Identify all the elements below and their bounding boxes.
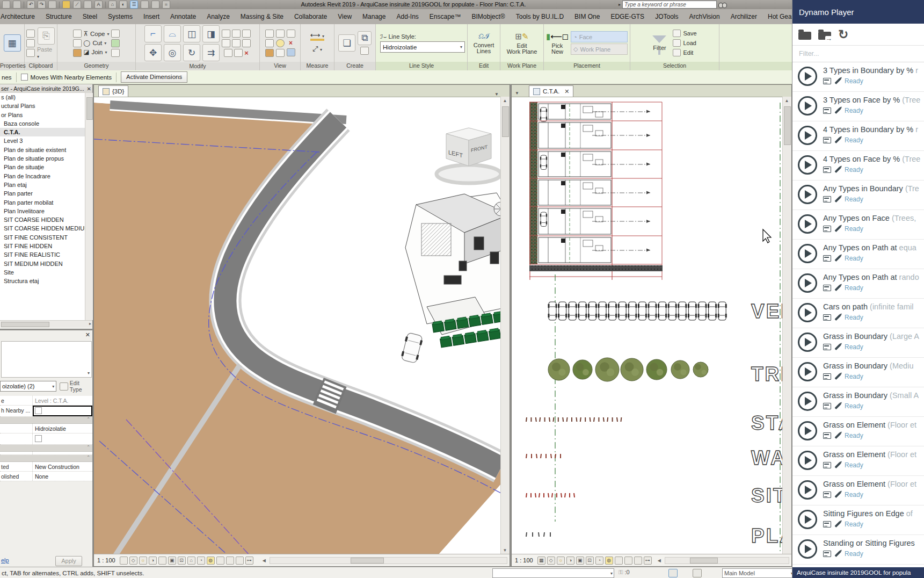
ribbon-tab-insert[interactable]: Insert xyxy=(138,10,165,24)
property-group-header[interactable] xyxy=(0,455,92,462)
displaced-elements-icon[interactable] xyxy=(236,557,244,565)
edit-script-icon[interactable] xyxy=(834,137,841,143)
visual-style-icon[interactable]: ◇ xyxy=(547,557,555,565)
close-icon[interactable]: ✕ xyxy=(85,331,90,338)
ribbon-tab-massing-site[interactable]: Massing & Site xyxy=(235,10,289,24)
dynamo-script-item[interactable]: Grass in Boundary (MediuReady xyxy=(792,358,924,387)
edit-inputs-icon[interactable] xyxy=(823,226,831,232)
dynamo-script-item[interactable]: Grass in Boundary (Small AReady xyxy=(792,387,924,417)
edit-inputs-icon[interactable] xyxy=(823,107,831,114)
ribbon-tab-structure[interactable]: Structure xyxy=(40,10,77,24)
tree-item[interactable]: SIT COARSE HIDDEN xyxy=(0,215,85,224)
dynamo-script-item[interactable]: Cars on path (infinite familReady xyxy=(792,299,924,328)
property-checkbox[interactable] xyxy=(35,435,42,442)
shadows-icon[interactable]: ◑ xyxy=(149,557,157,565)
play-button-icon[interactable] xyxy=(798,362,817,381)
apply-button[interactable]: Apply xyxy=(55,556,82,566)
play-button-icon[interactable] xyxy=(798,480,817,500)
tree-item[interactable]: Plan de încadrare xyxy=(0,172,85,180)
edit-inputs-icon[interactable] xyxy=(823,314,831,321)
ribbon-tab-systems[interactable]: Systems xyxy=(103,10,138,24)
edit-inputs-icon[interactable] xyxy=(823,551,831,557)
create-group-icon[interactable]: ❏ xyxy=(338,34,355,52)
project-browser-vscrollbar[interactable] xyxy=(85,93,93,320)
filter-button[interactable]: Filter xyxy=(652,35,666,51)
corner-icon[interactable] xyxy=(234,49,243,57)
ribbon-tab-manage[interactable]: Manage xyxy=(357,10,391,24)
edit-script-icon[interactable] xyxy=(834,285,841,291)
project-browser-hscrollbar[interactable]: ▸ xyxy=(0,320,92,327)
reveal-hidden-icon[interactable]: ◍ xyxy=(605,557,613,565)
project-browser-title[interactable]: ser - ArquiCase insiruite 2019G... ✕ xyxy=(0,84,92,93)
copy-icon[interactable]: ◎ xyxy=(164,44,181,61)
sync-icon[interactable] xyxy=(13,1,21,9)
dynamo-script-item[interactable]: Any Types on Face (Trees, Ready xyxy=(792,210,924,240)
aligned-dimension-icon[interactable]: ⟋ xyxy=(73,1,81,9)
property-value[interactable]: New Construction xyxy=(33,462,92,471)
shadows-icon[interactable]: ◑ xyxy=(566,557,574,565)
constraints-icon[interactable]: ⊶ xyxy=(644,557,652,565)
property-group-header[interactable] xyxy=(0,445,92,452)
dynamo-script-item[interactable]: Any Types in Boundary (TreReady xyxy=(792,180,924,210)
dynamo-script-item[interactable]: Any Types on Path at randoReady xyxy=(792,269,924,299)
crop-region-icon[interactable]: ⊡ xyxy=(178,557,186,565)
edit-inputs-icon[interactable] xyxy=(823,521,831,528)
temporary-hide-icon[interactable]: ◔ xyxy=(595,557,603,565)
reveal-hidden-icon[interactable]: ◍ xyxy=(207,557,215,565)
tab-cta-view[interactable]: C.T.A. ✕ xyxy=(529,85,574,97)
property-value[interactable] xyxy=(33,406,92,416)
ribbon-tab-architecture[interactable]: Architecture xyxy=(0,10,40,24)
sun-path-icon[interactable]: ☼ xyxy=(557,557,565,565)
dynamo-script-item[interactable]: 3 Types on Face by % (TreeReady xyxy=(792,92,924,121)
edit-script-icon[interactable] xyxy=(834,255,841,262)
scale-icon[interactable] xyxy=(232,39,241,47)
viewcube[interactable]: LEFT FRONT xyxy=(436,128,501,183)
selection-save-button[interactable]: Save xyxy=(673,30,696,37)
edit-inputs-icon[interactable] xyxy=(823,344,831,350)
unlock-view-icon[interactable]: ⌂ xyxy=(187,557,195,565)
measure-between-refs-icon[interactable]: ⟷ ▾ xyxy=(310,33,324,41)
edit-inputs-icon[interactable] xyxy=(823,285,831,291)
mirror-pick-icon[interactable]: ◨ xyxy=(202,25,220,42)
beam-handles-icon[interactable] xyxy=(111,30,120,38)
visibility-icon[interactable] xyxy=(265,39,274,47)
edit-script-icon[interactable] xyxy=(834,344,841,350)
tree-item[interactable]: SIT FINE CONSISTENT xyxy=(0,233,85,242)
measure-icon[interactable] xyxy=(62,1,70,9)
section-icon[interactable]: ◐ xyxy=(119,1,127,9)
redo-icon[interactable]: ↷ xyxy=(38,1,46,9)
temporary-view-props-icon[interactable] xyxy=(624,557,632,565)
play-button-icon[interactable] xyxy=(798,539,817,559)
design-options-combo[interactable]: Main Model▾ xyxy=(722,568,795,578)
tab-overflow-icon[interactable]: ▼ xyxy=(515,91,519,96)
dynamo-script-item[interactable]: Grass on Element (Floor etReady xyxy=(792,417,924,446)
align-icon[interactable]: ⌐ xyxy=(144,25,162,42)
ribbon-tab-archvision[interactable]: ArchVision xyxy=(683,10,725,24)
edit-script-icon[interactable] xyxy=(834,403,841,409)
thin-lines-icon[interactable]: ☰ xyxy=(130,1,138,9)
create-similar-icon[interactable]: ⧉ xyxy=(358,31,372,45)
property-value[interactable] xyxy=(33,452,92,454)
cta-plan-canvas[interactable]: VEHTRESTAWALSITTPLA xyxy=(512,97,783,555)
play-button-icon[interactable] xyxy=(798,126,817,145)
3d-site-canvas[interactable]: LEFT FRONT xyxy=(94,97,501,555)
displaced-elements-icon[interactable] xyxy=(634,557,642,565)
ribbon-tab-bimobject-[interactable]: BIMobject® xyxy=(467,10,511,24)
ribbon-tab-steel[interactable]: Steel xyxy=(77,10,103,24)
tree-item[interactable]: Level 3 xyxy=(0,136,85,145)
tab-3d-view[interactable]: {3D} xyxy=(98,85,128,97)
line-style-select[interactable]: Hidroizolatie▾ xyxy=(380,41,465,53)
constraints-icon[interactable]: ⊶ xyxy=(245,557,253,565)
rotate-icon[interactable]: ↻ xyxy=(183,44,200,61)
hide-icon[interactable] xyxy=(276,30,285,38)
dollhouse-icon[interactable] xyxy=(287,48,295,56)
close-hidden-windows-icon[interactable] xyxy=(141,1,149,9)
cut-to-clipboard-icon[interactable] xyxy=(26,30,35,38)
edit-script-icon[interactable] xyxy=(834,492,841,498)
edit-script-icon[interactable] xyxy=(834,373,841,380)
detail-level-icon[interactable]: ▦ xyxy=(537,557,545,565)
tree-item[interactable]: s (all) xyxy=(0,93,85,102)
close-icon[interactable]: ✕ xyxy=(87,86,91,92)
refresh-icon[interactable]: ↻ xyxy=(838,29,848,40)
edit-inputs-icon[interactable] xyxy=(823,196,831,203)
